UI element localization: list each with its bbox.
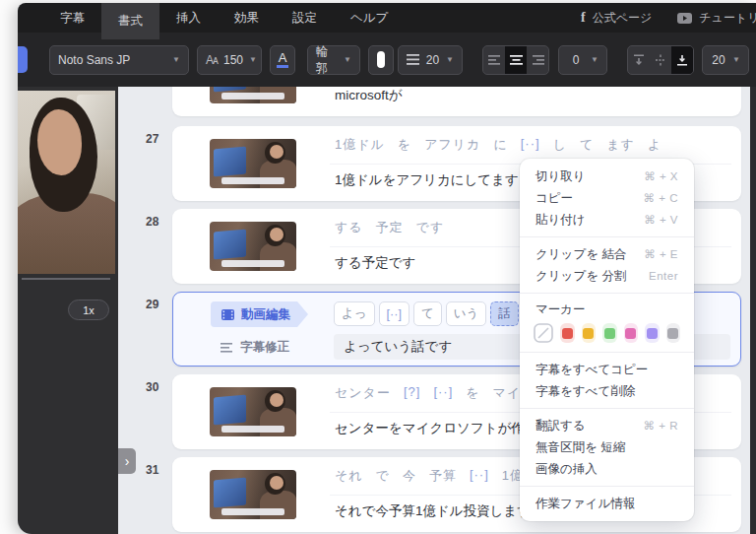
valign-middle-button[interactable] [650,46,671,74]
outline-color-button[interactable] [368,45,394,75]
context-menu-item-project-file-info[interactable]: 作業ファイル情報 [520,493,694,514]
menu-item-label: 無音区間を 短縮 [536,439,625,456]
word-token[interactable]: いう [446,301,487,326]
pause-token[interactable]: [··] [470,467,489,485]
font-family-dropdown[interactable]: Noto Sans JP ▼ [49,45,189,75]
clip-thumbnail[interactable] [210,470,296,519]
video-edit-button[interactable]: 動画編集 [211,301,308,327]
context-menu-item-delete-all-subtitles[interactable]: 字幕をすべて削除 [520,380,694,402]
font-color-button[interactable]: A [270,45,295,75]
align-left-button[interactable] [483,46,505,74]
clip-thumbnail[interactable] [210,87,296,103]
transcript-word[interactable]: て [580,136,594,154]
align-right-button[interactable] [527,46,548,74]
pause-token[interactable]: [··] [521,136,540,154]
transcript-word[interactable]: する [335,219,363,236]
thumb-laptop-screen [214,230,246,260]
transcript-word[interactable]: 今 [403,467,416,485]
menubar-item-3[interactable]: 挿入 [159,3,218,33]
row-number: 27 [146,132,158,146]
transcript-word[interactable]: それ [335,467,363,485]
thumb-caption-bar [221,508,284,515]
context-menu-item-marker-purple[interactable] [645,323,660,343]
line-spacing-dropdown[interactable]: 20 ▼ [398,45,463,75]
align-center-button[interactable] [505,46,527,74]
marker-color [647,328,658,339]
transcript-word[interactable]: を [466,384,479,402]
bottom-margin-dropdown[interactable]: 20 ▼ [702,45,749,75]
context-menu-item-merge-clips[interactable]: クリップを 結合⌘ + E [520,243,694,265]
font-size-dropdown[interactable]: Aᴀ 150 ▼ [197,45,262,75]
valign-bottom-button[interactable] [671,46,693,74]
menubar-item-5[interactable]: 設定 [276,3,334,33]
transcript-word[interactable]: 予算 [429,467,457,485]
transcript-words: 1億ドルをアフリカに[··]してますよ [335,136,735,154]
context-menu-item-marker-none[interactable] [534,323,553,343]
context-menu-item-insert-image[interactable]: 画像の挿入 [520,458,694,480]
transcript-word[interactable]: で [376,467,390,485]
transcript-word[interactable]: ます [606,136,635,154]
clip-thumbnail[interactable] [210,139,296,188]
vertical-align-group [627,45,694,75]
context-menu-item-marker-yellow[interactable] [582,323,597,343]
subtitle-text[interactable]: microsoftが [335,87,403,104]
clip-thumbnail[interactable] [210,222,296,271]
word-token[interactable]: よっ [334,301,375,326]
transcript-word[interactable]: です [416,219,445,236]
subtitle-edit-button[interactable]: 字幕修正 [220,339,289,356]
context-menu-item-marker-gray[interactable] [666,323,681,343]
marker-color [604,328,615,339]
context-menu-item-copy[interactable]: コピー⌘ + C [520,187,694,209]
right-edge-panel [750,87,756,534]
transcript-word[interactable]: し [553,136,567,154]
menubar-item-1[interactable]: 字幕 [43,3,101,33]
menubar-item-2[interactable]: 書式 [101,3,159,39]
clip-thumbnail[interactable] [210,387,296,436]
chevron-down-icon: ▼ [249,55,257,64]
panel-expand-button[interactable]: › [118,448,136,474]
valign-bottom-icon [676,54,688,66]
transcript-word[interactable]: 予定 [376,219,404,236]
word-token[interactable]: 話 [490,301,519,326]
context-menu-item-cut[interactable]: 切り取り⌘ + X [520,166,694,187]
transcript-word[interactable]: アフリカ [424,136,480,154]
chevron-down-icon: ▼ [732,55,740,64]
subtitle-text[interactable]: する予定です [335,254,415,272]
outline-dropdown[interactable]: 輪郭 ▼ [307,45,360,75]
pause-token[interactable]: [?] [404,384,420,402]
seek-bar[interactable] [22,278,110,280]
context-menu-item-translate[interactable]: 翻訳する⌘ + R [520,415,694,436]
partial-accent-button[interactable] [18,46,28,73]
tutorial-link[interactable]: チュートリアル [677,10,756,27]
subtitle-row[interactable]: microsoftが [172,87,741,116]
transcript-word[interactable]: よ [648,136,662,154]
subtitle-text[interactable]: 1億ドルをアフリカにしてますよ [335,171,533,189]
subtitle-lines-icon [220,343,232,353]
pause-token[interactable]: [··] [433,384,453,402]
chevron-down-icon: ▼ [344,55,351,64]
pause-token[interactable]: [··] [379,301,410,326]
transcript-word[interactable]: を [398,136,411,154]
word-token[interactable]: て [413,301,442,326]
video-player-panel: 1x [18,87,118,534]
context-menu-item-marker-red[interactable] [560,323,575,343]
letter-spacing-dropdown[interactable]: 0 ▼ [558,45,607,75]
film-icon [221,309,234,320]
menubar-item-4[interactable]: 効果 [218,3,276,33]
transcript-word[interactable]: 1億ドル [335,136,385,154]
transcript-word[interactable]: センター [335,384,391,402]
context-menu-item-split-clip[interactable]: クリップを 分割Enter [520,265,694,287]
context-menu-item-marker-pink[interactable] [624,323,639,343]
menu-item-label: 画像の挿入 [536,461,598,478]
context-menu-item-shorten-silence[interactable]: 無音区間を 短縮 [520,436,694,458]
official-page-link[interactable]: f公式ページ [581,10,652,27]
subtitle-text[interactable]: それで今予算1億ドル投資します [335,502,531,520]
transcript-word[interactable]: に [493,136,507,154]
video-preview[interactable] [18,91,115,274]
valign-top-button[interactable] [628,46,650,74]
playback-speed-button[interactable]: 1x [68,300,109,320]
context-menu-item-copy-all-subtitles[interactable]: 字幕をすべてコピー [520,359,694,380]
menubar-item-6[interactable]: ヘルプ [334,3,405,33]
context-menu-item-paste[interactable]: 貼り付け⌘ + V [520,209,694,231]
context-menu-item-marker-green[interactable] [602,323,617,343]
